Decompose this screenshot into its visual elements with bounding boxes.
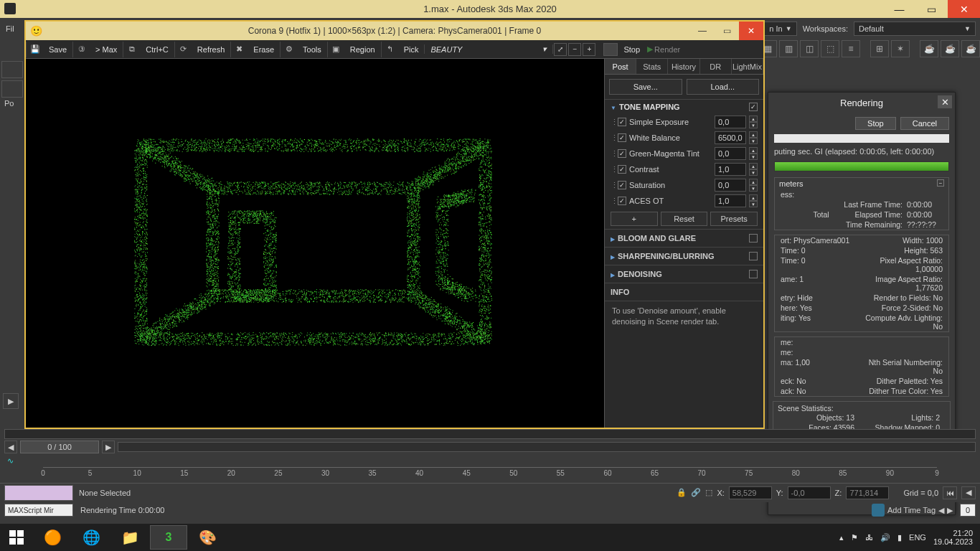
- exposure-checkbox[interactable]: ✓: [618, 118, 626, 126]
- toolbar-icon[interactable]: ◫: [800, 40, 819, 57]
- time-ruler[interactable]: 0510152025303540455055606570758085909: [43, 467, 937, 483]
- left-tool[interactable]: [1, 80, 23, 98]
- tray-battery-icon[interactable]: ▮: [897, 533, 902, 542]
- denoise-enable-checkbox[interactable]: [749, 270, 758, 278]
- taskbar-paint[interactable]: 🎨: [189, 525, 226, 550]
- refresh-button[interactable]: Refresh: [192, 45, 231, 54]
- collapse-icon[interactable]: −: [937, 179, 944, 187]
- spinner[interactable]: ▲▼: [749, 179, 758, 192]
- spinner[interactable]: ▲▼: [749, 163, 758, 176]
- tag-prev[interactable]: ◀: [938, 506, 944, 515]
- rendering-titlebar[interactable]: Rendering ✕: [768, 93, 955, 113]
- render-button[interactable]: Render: [654, 45, 686, 54]
- copy-icon[interactable]: ⧉: [123, 42, 140, 57]
- gm-input[interactable]: 0,0: [715, 147, 746, 160]
- frame-prev[interactable]: ◀: [4, 441, 17, 453]
- taskbar-3dsmax[interactable]: 3: [150, 525, 187, 550]
- z-input[interactable]: 771,814: [846, 486, 889, 499]
- presets-button[interactable]: Presets: [710, 212, 758, 226]
- history-nav[interactable]: ▶: [3, 393, 19, 409]
- corona-close[interactable]: ✕: [739, 22, 763, 40]
- save-icon[interactable]: 💾: [26, 42, 43, 57]
- spinner[interactable]: ▲▼: [749, 131, 758, 144]
- pick-button[interactable]: Pick: [398, 45, 425, 54]
- erase-icon[interactable]: ✖: [230, 42, 248, 57]
- spinner[interactable]: ▲▼: [749, 116, 758, 128]
- play-icon[interactable]: ▶: [646, 44, 654, 54]
- aces-input[interactable]: 1,0: [715, 194, 746, 207]
- toolbar-icon[interactable]: ▥: [779, 40, 798, 57]
- pick-icon[interactable]: ↰: [381, 42, 398, 57]
- material-swatch[interactable]: [4, 485, 73, 501]
- zoom-in-icon[interactable]: +: [583, 43, 595, 56]
- toolbar-teapot-icon[interactable]: ☕: [941, 40, 959, 57]
- tab-lightmix[interactable]: LightMix: [732, 59, 763, 74]
- exposure-input[interactable]: 0,0: [715, 116, 746, 128]
- spinner[interactable]: ▲▼: [749, 194, 758, 207]
- maxscript-input[interactable]: MAXScript Mir: [4, 504, 73, 517]
- add-op-button[interactable]: +: [611, 212, 658, 226]
- section-bloom[interactable]: ▶BLOOM AND GLARE: [605, 229, 763, 247]
- tools-icon[interactable]: ⚙: [280, 42, 297, 57]
- tools-button[interactable]: Tools: [297, 45, 327, 54]
- x-input[interactable]: 58,529: [729, 486, 772, 499]
- goto-start[interactable]: ⏮: [943, 486, 957, 499]
- pass-combo[interactable]: BEAUTY▾: [424, 44, 553, 54]
- section-tone[interactable]: ▼TONE MAPPING ✓: [605, 99, 763, 114]
- reset-button[interactable]: Reset: [661, 212, 708, 226]
- stop-button[interactable]: Stop: [618, 45, 646, 54]
- workspace-combo[interactable]: Default▼: [854, 22, 976, 36]
- section-denoise[interactable]: ▶DENOISING: [605, 265, 763, 283]
- contrast-input[interactable]: 1,0: [715, 163, 746, 176]
- tab-stats[interactable]: Stats: [636, 59, 668, 74]
- tray-flag-icon[interactable]: ⚑: [851, 533, 858, 542]
- curve-icon[interactable]: ∿: [0, 455, 980, 467]
- frame-track[interactable]: [118, 442, 976, 452]
- vfb-load-button[interactable]: Load...: [687, 79, 760, 95]
- zoom-fit-icon[interactable]: ⤢: [554, 43, 567, 56]
- max-icon[interactable]: ③: [72, 42, 90, 57]
- tray-clock[interactable]: 21:20 19.04.2023: [933, 529, 973, 546]
- sat-input[interactable]: 0,0: [715, 179, 746, 192]
- toolbar-icon[interactable]: ≡: [842, 40, 860, 57]
- taskbar-explorer[interactable]: 📁: [111, 525, 149, 550]
- axis-icon[interactable]: ⬚: [705, 488, 712, 497]
- tab-dr[interactable]: DR: [700, 59, 732, 74]
- erase-button[interactable]: Erase: [248, 45, 280, 54]
- menu-file[interactable]: Fil: [0, 24, 20, 33]
- render-viewport[interactable]: [26, 59, 604, 428]
- zoom-out-icon[interactable]: −: [568, 43, 581, 56]
- start-button[interactable]: [0, 524, 33, 551]
- tomax-button[interactable]: > Max: [90, 45, 123, 54]
- rendering-cancel-button[interactable]: Cancel: [900, 117, 949, 130]
- region-icon[interactable]: ▣: [327, 42, 344, 57]
- wb-checkbox[interactable]: ✓: [618, 133, 626, 142]
- tab-history[interactable]: History: [668, 59, 699, 74]
- y-input[interactable]: -0,0: [788, 486, 831, 499]
- rendering-close[interactable]: ✕: [938, 95, 952, 108]
- frame-next[interactable]: ▶: [102, 441, 115, 453]
- bloom-enable-checkbox[interactable]: [749, 234, 758, 242]
- save-button[interactable]: Save: [43, 45, 72, 54]
- section-sharpen[interactable]: ▶SHARPENING/BLURRING: [605, 247, 763, 265]
- frame-knob[interactable]: 0 / 100: [20, 441, 99, 453]
- left-tool[interactable]: [1, 61, 23, 78]
- corona-maximize[interactable]: ▭: [715, 22, 739, 40]
- refresh-icon[interactable]: ⟳: [174, 42, 192, 57]
- lock-icon[interactable]: 🔒: [677, 488, 687, 497]
- tone-enable-checkbox[interactable]: ✓: [749, 103, 758, 111]
- tray-network-icon[interactable]: 🖧: [865, 533, 873, 542]
- add-time-tag[interactable]: Add Time Tag: [887, 506, 936, 514]
- maximize-button[interactable]: ▭: [915, 0, 948, 18]
- corona-minimize[interactable]: —: [690, 22, 715, 40]
- tag-index[interactable]: 0: [960, 504, 976, 517]
- tray-up-icon[interactable]: ▴: [839, 533, 844, 542]
- toolbar-icon[interactable]: ✶: [891, 40, 910, 57]
- tag-next[interactable]: ▶: [947, 506, 953, 515]
- track-bar[interactable]: [4, 429, 976, 439]
- tray-volume-icon[interactable]: 🔊: [880, 533, 890, 542]
- region-button[interactable]: Region: [344, 45, 381, 54]
- close-button[interactable]: ✕: [948, 0, 980, 18]
- link-icon[interactable]: 🔗: [691, 488, 701, 497]
- aces-checkbox[interactable]: ✓: [618, 197, 626, 205]
